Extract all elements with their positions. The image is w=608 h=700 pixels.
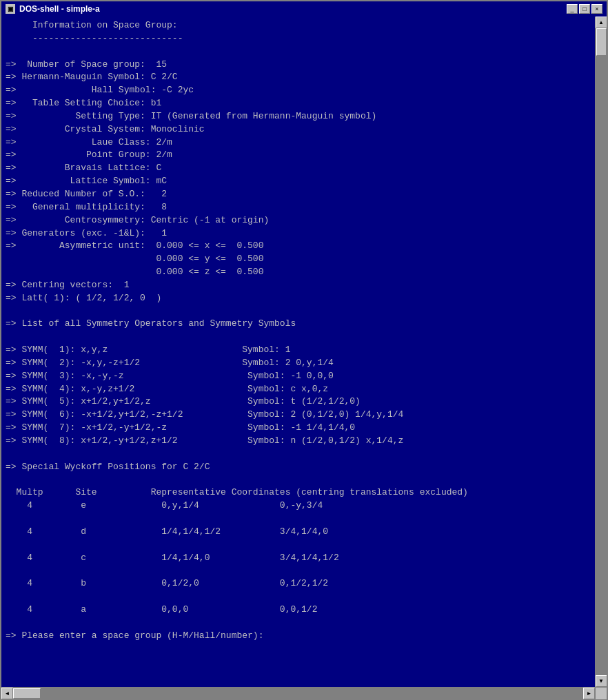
content-area: Information on Space Group: ------------… — [1, 17, 607, 687]
horizontal-scrollbar: ◄ ► — [1, 687, 607, 699]
title-bar-left: ▣ DOS-shell - simple-a — [6, 4, 100, 14]
scroll-down-button[interactable]: ▼ — [596, 675, 607, 687]
vertical-scrollbar: ▲ ▼ — [595, 17, 607, 687]
window-title: DOS-shell - simple-a — [19, 4, 100, 14]
window-icon: ▣ — [6, 4, 15, 14]
hscrollbar-thumb[interactable] — [13, 688, 41, 699]
title-buttons: _ □ × — [567, 4, 602, 14]
scrollbar-corner — [595, 688, 607, 699]
close-button[interactable]: × — [591, 4, 602, 14]
scroll-right-button[interactable]: ► — [583, 688, 595, 699]
main-window: ▣ DOS-shell - simple-a _ □ × Information… — [0, 0, 608, 700]
scroll-left-button[interactable]: ◄ — [1, 688, 13, 699]
scrollbar-thumb[interactable] — [596, 28, 607, 56]
scrollbar-track[interactable] — [596, 28, 607, 675]
maximize-button[interactable]: □ — [579, 4, 590, 14]
minimize-button[interactable]: _ — [567, 4, 578, 14]
terminal-output[interactable]: Information on Space Group: ------------… — [1, 17, 595, 687]
hscrollbar-track[interactable] — [13, 688, 583, 699]
title-bar: ▣ DOS-shell - simple-a _ □ × — [1, 1, 607, 17]
scroll-up-button[interactable]: ▲ — [596, 17, 607, 28]
